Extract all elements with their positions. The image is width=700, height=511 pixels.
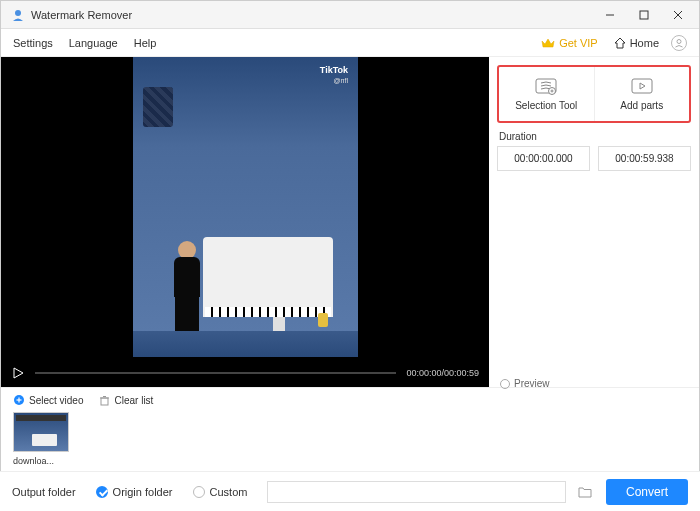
main-area: TikTok @nfl 00:00:00/00:00:59 Selection … xyxy=(1,57,699,387)
svg-rect-14 xyxy=(101,398,108,405)
plus-circle-icon xyxy=(13,394,25,406)
minimize-button[interactable] xyxy=(593,1,627,29)
menu-language[interactable]: Language xyxy=(69,37,118,49)
preview-label: Preview xyxy=(514,378,550,389)
end-time-input[interactable]: 00:00:59.938 xyxy=(598,146,691,171)
watermark-user: @nfl xyxy=(334,77,349,84)
duration-label: Duration xyxy=(497,131,691,142)
menubar: Settings Language Help Get VIP Home xyxy=(1,29,699,57)
maximize-button[interactable] xyxy=(627,1,661,29)
preview-radio[interactable] xyxy=(500,379,510,389)
video-content xyxy=(203,237,333,317)
video-content xyxy=(168,241,206,331)
video-preview-area: TikTok @nfl 00:00:00/00:00:59 xyxy=(1,57,489,387)
browse-folder-button[interactable] xyxy=(574,481,596,503)
preview-option[interactable]: Preview xyxy=(500,378,550,389)
home-label: Home xyxy=(630,37,659,49)
video-timeline[interactable] xyxy=(35,372,396,374)
close-button[interactable] xyxy=(661,1,695,29)
video-content xyxy=(318,313,328,327)
convert-button[interactable]: Convert xyxy=(606,479,688,505)
add-parts-label: Add parts xyxy=(620,100,663,111)
menu-settings[interactable]: Settings xyxy=(13,37,53,49)
selection-tool-icon xyxy=(535,78,557,96)
thumbnail-image xyxy=(13,412,69,452)
play-icon xyxy=(11,366,25,380)
video-content xyxy=(133,331,358,357)
clear-list-label: Clear list xyxy=(114,395,153,406)
clear-icon xyxy=(99,395,110,406)
radio-checked-icon xyxy=(96,486,108,498)
output-folder-label: Output folder xyxy=(12,486,76,498)
filelist-area: Select video Clear list downloa... xyxy=(1,387,699,472)
app-icon xyxy=(11,8,25,22)
footer: Output folder Origin folder Custom Conve… xyxy=(0,471,700,511)
select-video-label: Select video xyxy=(29,395,83,406)
add-parts-icon xyxy=(631,78,653,96)
video-time-display: 00:00:00/00:00:59 xyxy=(406,368,479,378)
side-panel: Selection Tool Add parts Duration 00:00:… xyxy=(489,57,699,387)
get-vip-label: Get VIP xyxy=(559,37,598,49)
select-video-button[interactable]: Select video xyxy=(13,394,83,406)
svg-point-5 xyxy=(677,39,681,43)
watermark-brand: TikTok xyxy=(320,65,348,75)
clear-list-button[interactable]: Clear list xyxy=(99,395,153,406)
custom-folder-option[interactable]: Custom xyxy=(193,486,248,498)
svg-point-0 xyxy=(15,10,21,16)
home-button[interactable]: Home xyxy=(614,37,659,49)
svg-rect-2 xyxy=(640,11,648,19)
selection-tool-label: Selection Tool xyxy=(515,100,577,111)
add-parts-button[interactable]: Add parts xyxy=(595,67,690,121)
video-content xyxy=(205,307,331,317)
radio-unchecked-icon xyxy=(193,486,205,498)
selection-tool-button[interactable]: Selection Tool xyxy=(499,67,595,121)
crown-icon xyxy=(541,37,555,49)
origin-folder-label: Origin folder xyxy=(113,486,173,498)
app-title: Watermark Remover xyxy=(31,9,593,21)
video-controls: 00:00:00/00:00:59 xyxy=(1,359,489,387)
custom-label: Custom xyxy=(210,486,248,498)
start-time-input[interactable]: 00:00:00.000 xyxy=(497,146,590,171)
custom-path-input[interactable] xyxy=(267,481,566,503)
user-icon xyxy=(674,38,684,48)
duration-row: 00:00:00.000 00:00:59.938 xyxy=(497,146,691,171)
user-avatar[interactable] xyxy=(671,35,687,51)
thumbnail-filename: downloa... xyxy=(13,456,69,466)
menu-help[interactable]: Help xyxy=(134,37,157,49)
home-icon xyxy=(614,37,626,49)
origin-folder-option[interactable]: Origin folder xyxy=(96,486,173,498)
filelist-actions: Select video Clear list xyxy=(13,394,687,406)
play-button[interactable] xyxy=(11,366,25,380)
video-content xyxy=(143,87,173,127)
folder-icon xyxy=(578,486,592,498)
tool-row: Selection Tool Add parts xyxy=(497,65,691,123)
titlebar: Watermark Remover xyxy=(1,1,699,29)
video-frame[interactable]: TikTok @nfl xyxy=(133,57,358,357)
file-thumbnail[interactable]: downloa... xyxy=(13,412,69,466)
svg-rect-10 xyxy=(632,79,652,93)
get-vip-button[interactable]: Get VIP xyxy=(541,37,598,49)
